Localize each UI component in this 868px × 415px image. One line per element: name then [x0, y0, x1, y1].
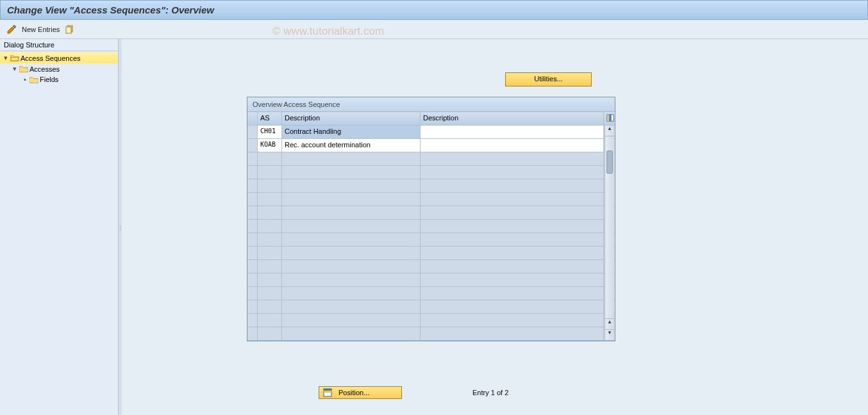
cell-as[interactable]: CH01 — [258, 126, 282, 139]
position-icon — [323, 388, 332, 397]
table-row — [247, 247, 615, 260]
row-selector[interactable] — [247, 220, 258, 233]
tree-item-accesses[interactable]: ▾ Accesses — [0, 63, 118, 74]
cell-as — [258, 220, 282, 233]
select-all-cell[interactable] — [247, 112, 258, 126]
cell-desc2 — [421, 166, 604, 179]
cell-desc2 — [421, 233, 604, 247]
table-row — [247, 287, 615, 300]
cell-desc1 — [282, 327, 421, 341]
column-as[interactable]: AS — [258, 112, 282, 126]
table-row — [247, 193, 615, 206]
row-selector[interactable] — [247, 206, 258, 220]
cell-desc1[interactable]: Rec. account determination — [282, 139, 421, 152]
cell-desc2 — [421, 247, 604, 260]
cell-desc1 — [282, 314, 421, 327]
table-row — [247, 166, 615, 179]
tree-item-access-sequences[interactable]: ▾ Access Sequences — [0, 53, 118, 63]
cell-as — [258, 179, 282, 193]
cell-desc2[interactable] — [421, 126, 604, 139]
cell-desc1 — [282, 247, 421, 260]
cell-desc1 — [282, 179, 421, 193]
table-row[interactable]: CH01Contract Handling — [247, 126, 615, 139]
row-selector[interactable] — [247, 260, 258, 273]
cell-as — [258, 327, 282, 341]
page-title: Change View "Access Sequences": Overview — [0, 0, 868, 20]
vertical-scrollbar[interactable]: ▲ ▲ ▼ — [605, 126, 614, 340]
row-selector[interactable] — [247, 139, 258, 152]
row-selector[interactable] — [247, 314, 258, 327]
overview-table: Overview Access Sequence AS Description … — [247, 97, 615, 341]
toolbar: New Entries — [0, 20, 868, 39]
row-selector[interactable] — [247, 327, 258, 341]
content-area: © www.tutorialkart.com Utilities... Over… — [122, 39, 868, 415]
column-desc1[interactable]: Description — [282, 112, 421, 126]
cell-desc1 — [282, 273, 421, 287]
cell-as — [258, 247, 282, 260]
cell-as — [258, 260, 282, 273]
row-selector[interactable] — [247, 287, 258, 300]
tree-item-fields[interactable]: • Fields — [0, 74, 118, 85]
cell-desc2 — [421, 206, 604, 220]
cell-desc1 — [282, 206, 421, 220]
row-selector[interactable] — [247, 300, 258, 314]
cell-as — [258, 233, 282, 247]
scroll-track[interactable] — [605, 136, 614, 318]
table-row — [247, 300, 615, 314]
folder-icon — [19, 65, 28, 72]
cell-as — [258, 206, 282, 220]
cell-desc2 — [421, 314, 604, 327]
cell-desc2 — [421, 273, 604, 287]
row-selector[interactable] — [247, 193, 258, 206]
scroll-down-icon[interactable]: ▲ — [605, 318, 614, 329]
table-row — [247, 220, 615, 233]
cell-desc2 — [421, 152, 604, 166]
row-selector[interactable] — [247, 247, 258, 260]
scroll-up-icon[interactable]: ▲ — [605, 126, 614, 136]
scroll-down-icon[interactable]: ▼ — [605, 329, 614, 340]
cell-desc2 — [421, 220, 604, 233]
row-selector[interactable] — [247, 152, 258, 166]
table-row — [247, 273, 615, 287]
cell-desc1 — [282, 233, 421, 247]
new-entries-button[interactable]: New Entries — [22, 26, 60, 33]
cell-desc1 — [282, 166, 421, 179]
copy-icon[interactable] — [65, 24, 75, 35]
tree-label: Accesses — [29, 65, 60, 73]
utilities-button[interactable]: Utilities... — [505, 72, 592, 86]
row-selector[interactable] — [247, 273, 258, 287]
cell-desc2 — [421, 179, 604, 193]
edit-icon[interactable] — [6, 24, 17, 35]
cell-desc1 — [282, 287, 421, 300]
table-row — [247, 152, 615, 166]
cell-as — [258, 287, 282, 300]
column-desc2[interactable]: Description — [421, 112, 604, 126]
row-selector[interactable] — [247, 233, 258, 247]
collapse-icon[interactable]: ▾ — [12, 65, 18, 73]
table-row — [247, 206, 615, 220]
tree-label: Access Sequences — [21, 54, 81, 62]
configure-columns-icon[interactable] — [604, 112, 615, 126]
table-row[interactable]: KOABRec. account determination — [247, 139, 615, 152]
cell-as — [258, 152, 282, 166]
position-button[interactable]: Position... — [319, 386, 402, 399]
collapse-icon[interactable]: ▾ — [3, 54, 9, 62]
cell-as — [258, 273, 282, 287]
row-selector[interactable] — [247, 126, 258, 139]
cell-as — [258, 314, 282, 327]
tree: ▾ Access Sequences ▾ Accesses • Fields — [0, 51, 118, 86]
row-selector[interactable] — [247, 166, 258, 179]
position-label: Position... — [338, 389, 369, 396]
table-row — [247, 233, 615, 247]
cell-desc1[interactable]: Contract Handling — [282, 126, 421, 139]
cell-desc1 — [282, 193, 421, 206]
folder-icon — [29, 76, 38, 83]
cell-as[interactable]: KOAB — [258, 139, 282, 152]
row-selector[interactable] — [247, 179, 258, 193]
entry-counter: Entry 1 of 2 — [472, 389, 508, 396]
scroll-thumb[interactable] — [606, 151, 613, 174]
cell-desc2[interactable] — [421, 139, 604, 152]
tree-label: Fields — [40, 76, 58, 83]
cell-desc2 — [421, 327, 604, 341]
cell-as — [258, 193, 282, 206]
